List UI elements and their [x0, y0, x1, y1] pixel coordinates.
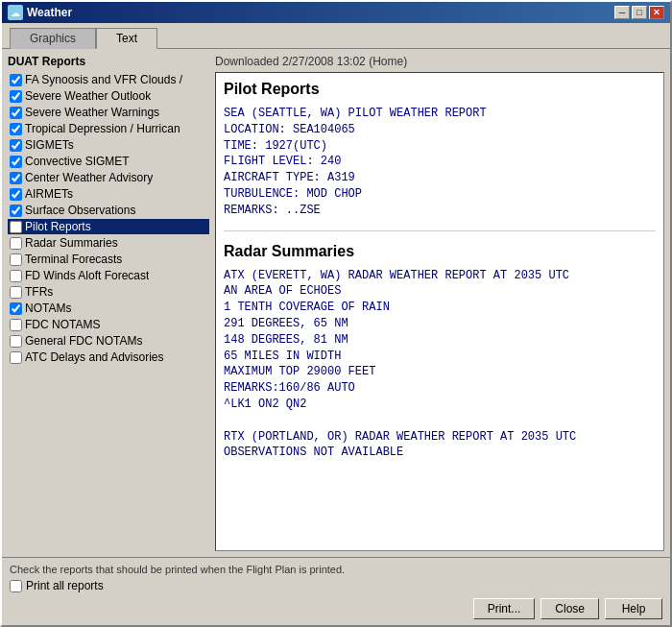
list-item[interactable]: FDC NOTAMS: [8, 317, 209, 332]
close-dialog-button[interactable]: Close: [540, 598, 599, 619]
window-title: Weather: [27, 6, 72, 19]
content-area: DUAT Reports FA Synoosis and VFR Clouds …: [2, 49, 670, 557]
list-item[interactable]: NOTAMs: [8, 301, 209, 316]
report-section-title: Radar Summaries: [224, 243, 656, 260]
list-item-label: Radar Summaries: [25, 236, 118, 250]
list-item-label: SIGMETs: [25, 138, 74, 152]
list-item-label: FD Winds Aloft Forecast: [25, 269, 149, 282]
print-all-row: Print all reports: [10, 579, 662, 592]
report-content-wrapper: Pilot ReportsSEA (SEATTLE, WA) PILOT WEA…: [215, 72, 664, 551]
list-item[interactable]: SIGMETs: [8, 137, 209, 153]
list-item[interactable]: Terminal Forecasts: [8, 252, 209, 267]
print-all-checkbox[interactable]: [10, 580, 22, 592]
list-item-label: Terminal Forecasts: [25, 253, 122, 266]
maximize-button[interactable]: □: [632, 6, 647, 19]
title-bar: ☁ Weather ─ □ ✕: [2, 2, 670, 23]
list-item[interactable]: FD Winds Aloft Forecast: [8, 268, 209, 283]
list-item-label: Center Weather Advisory: [25, 171, 153, 184]
list-item-checkbox[interactable]: [10, 172, 22, 184]
minimize-button[interactable]: ─: [614, 6, 630, 19]
print-button[interactable]: Print...: [473, 598, 536, 619]
title-bar-left: ☁ Weather: [8, 5, 72, 20]
list-item-checkbox[interactable]: [10, 253, 22, 266]
list-item-checkbox[interactable]: [10, 335, 22, 348]
left-panel: DUAT Reports FA Synoosis and VFR Clouds …: [8, 55, 209, 551]
list-item-label: General FDC NOTAMs: [25, 334, 142, 348]
list-item-checkbox[interactable]: [10, 302, 22, 315]
list-item-label: Severe Weather Outlook: [25, 89, 151, 103]
list-item-label: Pilot Reports: [25, 220, 91, 233]
panel-title: DUAT Reports: [8, 55, 209, 68]
list-item-checkbox[interactable]: [10, 270, 22, 282]
right-panel: Downloaded 2/27/2008 13:02 (Home) Pilot …: [215, 55, 664, 551]
list-item[interactable]: TFRs: [8, 284, 209, 300]
list-item-label: FDC NOTAMS: [25, 318, 100, 331]
print-all-label[interactable]: Print all reports: [26, 579, 104, 592]
bottom-info: Check the reports that should be printed…: [10, 564, 662, 575]
list-item-checkbox[interactable]: [10, 123, 22, 135]
list-item-checkbox[interactable]: [10, 139, 22, 152]
list-item[interactable]: Pilot Reports: [8, 219, 209, 234]
help-button[interactable]: Help: [605, 598, 662, 619]
list-item[interactable]: Convective SIGMET: [8, 154, 209, 169]
list-item-checkbox[interactable]: [10, 90, 22, 103]
report-section-text: ATX (EVERETT, WA) RADAR WEATHER REPORT A…: [224, 268, 656, 462]
list-item-label: FA Synoosis and VFR Clouds /: [25, 73, 182, 86]
list-item-checkbox[interactable]: [10, 286, 22, 299]
list-item-label: Severe Weather Warnings: [25, 106, 159, 119]
tab-graphics[interactable]: Graphics: [10, 28, 96, 49]
list-item-checkbox[interactable]: [10, 156, 22, 168]
list-item[interactable]: FA Synoosis and VFR Clouds /: [8, 72, 209, 87]
list-item-checkbox[interactable]: [10, 351, 22, 364]
report-divider: [224, 230, 656, 231]
download-info: Downloaded 2/27/2008 13:02 (Home): [215, 55, 664, 68]
list-item-checkbox[interactable]: [10, 319, 22, 331]
list-item-checkbox[interactable]: [10, 74, 22, 86]
list-item-label: TFRs: [25, 285, 53, 299]
list-item[interactable]: Surface Observations: [8, 203, 209, 218]
list-item-checkbox[interactable]: [10, 237, 22, 250]
list-item-checkbox[interactable]: [10, 188, 22, 201]
list-item-checkbox[interactable]: [10, 107, 22, 119]
close-button[interactable]: ✕: [649, 6, 664, 19]
list-item-label: ATC Delays and Advisories: [25, 350, 164, 364]
weather-window: ☁ Weather ─ □ ✕ Graphics Text DUAT Repor…: [0, 0, 672, 627]
report-section-title: Pilot Reports: [224, 81, 656, 98]
list-item[interactable]: Tropical Depression / Hurrican: [8, 121, 209, 136]
list-item-label: NOTAMs: [25, 301, 71, 315]
list-item-checkbox[interactable]: [10, 221, 22, 233]
app-icon: ☁: [8, 5, 23, 20]
list-item-checkbox[interactable]: [10, 205, 22, 217]
bottom-area: Check the reports that should be printed…: [2, 557, 670, 625]
list-item[interactable]: Severe Weather Outlook: [8, 88, 209, 104]
list-item[interactable]: ATC Delays and Advisories: [8, 350, 209, 365]
list-item-label: AIRMETs: [25, 187, 73, 201]
checklist: FA Synoosis and VFR Clouds /Severe Weath…: [8, 72, 209, 551]
list-item-label: Convective SIGMET: [25, 155, 130, 168]
tabs-row: Graphics Text: [2, 23, 670, 49]
list-item[interactable]: AIRMETs: [8, 186, 209, 202]
list-item-label: Surface Observations: [25, 204, 135, 217]
list-item[interactable]: Severe Weather Warnings: [8, 105, 209, 120]
list-item[interactable]: General FDC NOTAMs: [8, 333, 209, 349]
list-item-label: Tropical Depression / Hurrican: [25, 122, 180, 135]
title-buttons: ─ □ ✕: [614, 6, 664, 19]
report-content[interactable]: Pilot ReportsSEA (SEATTLE, WA) PILOT WEA…: [216, 73, 663, 550]
report-section-text: SEA (SEATTLE, WA) PILOT WEATHER REPORT L…: [224, 106, 656, 219]
tab-text[interactable]: Text: [96, 28, 157, 49]
bottom-buttons: Print... Close Help: [10, 598, 662, 619]
list-item[interactable]: Center Weather Advisory: [8, 170, 209, 185]
list-item[interactable]: Radar Summaries: [8, 235, 209, 251]
